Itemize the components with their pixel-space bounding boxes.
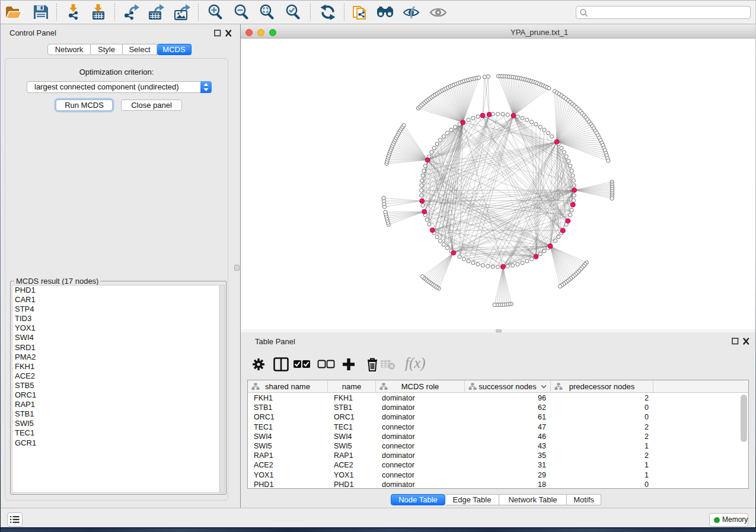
svg-text:f(x): f(x): [405, 355, 426, 371]
